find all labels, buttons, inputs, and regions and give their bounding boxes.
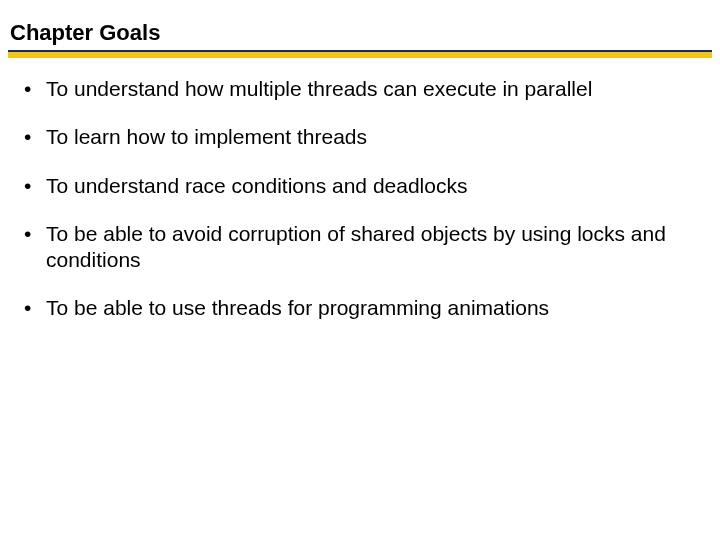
slide: Chapter Goals To understand how multiple… (0, 0, 720, 540)
list-item: To understand race conditions and deadlo… (24, 173, 680, 199)
list-item: To understand how multiple threads can e… (24, 76, 680, 102)
goal-text: To learn how to implement threads (46, 125, 367, 148)
goal-text: To understand race conditions and deadlo… (46, 174, 467, 197)
goals-list: To understand how multiple threads can e… (0, 76, 720, 322)
list-item: To be able to avoid corruption of shared… (24, 221, 680, 274)
list-item: To learn how to implement threads (24, 124, 680, 150)
title-block: Chapter Goals (0, 20, 720, 50)
goal-text: To be able to avoid corruption of shared… (46, 222, 666, 271)
goal-text: To be able to use threads for programmin… (46, 296, 549, 319)
title-underline-gold (8, 52, 712, 58)
list-item: To be able to use threads for programmin… (24, 295, 680, 321)
page-title: Chapter Goals (10, 20, 710, 50)
goal-text: To understand how multiple threads can e… (46, 77, 592, 100)
